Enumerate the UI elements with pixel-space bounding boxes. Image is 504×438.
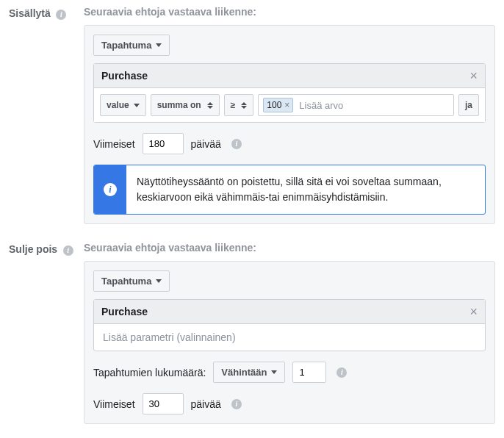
value-input-wrap[interactable]: 100 × [258, 94, 454, 116]
include-subhead: Seuraavia ehtoja vastaava liikenne: [84, 6, 495, 18]
rule-title: Purchase [101, 306, 148, 317]
event-dropdown-label: Tapahtuma [101, 276, 151, 287]
chip-remove-icon[interactable]: × [284, 100, 289, 110]
exclude-panel: Tapahtuma Purchase × Tapahtumien lukumää… [84, 261, 495, 424]
param-row [94, 324, 485, 351]
count-label: Tapahtumien lukumäärä: [93, 367, 206, 378]
rule-box: Purchase × [93, 299, 486, 351]
event-dropdown[interactable]: Tapahtuma [93, 35, 170, 56]
include-panel: Tapahtuma Purchase × value summa on [84, 25, 495, 224]
exclude-subhead: Seuraavia ehtoja vastaava liikenne: [84, 242, 495, 254]
retention-line: Viimeiset päivää i [93, 133, 486, 154]
include-section: Sisällytä i Seuraavia ehtoja vastaava li… [9, 6, 495, 224]
info-icon: i [104, 183, 117, 196]
alert-message: Näyttötiheyssääntö on poistettu, sillä s… [126, 165, 485, 214]
add-value-input[interactable] [298, 98, 449, 112]
aggregate-label: summa on [157, 100, 201, 110]
count-op-dropdown[interactable]: Vähintään [213, 362, 285, 383]
info-alert: i Näyttötiheyssääntö on poistettu, sillä… [93, 165, 486, 215]
alert-bar: i [94, 165, 126, 214]
rule-header: Purchase × [94, 300, 485, 324]
count-line: Tapahtumien lukumäärä: Vähintään i [93, 362, 486, 383]
caret-down-icon [134, 104, 140, 107]
last-label: Viimeiset [93, 138, 135, 150]
info-icon[interactable]: i [231, 399, 242, 409]
rule-header: Purchase × [94, 64, 485, 88]
info-icon[interactable]: i [336, 367, 347, 378]
days-input[interactable] [143, 393, 184, 414]
add-param-input[interactable] [94, 324, 485, 351]
close-icon[interactable]: × [469, 71, 478, 81]
exclude-label: Sulje pois [9, 243, 57, 255]
caret-down-icon [156, 43, 162, 47]
last-label: Viimeiset [93, 398, 135, 410]
and-label: ja [465, 100, 472, 110]
sort-icon [207, 102, 213, 109]
count-value-input[interactable] [292, 362, 326, 383]
close-icon[interactable]: × [469, 306, 478, 317]
rule-title: Purchase [101, 70, 148, 82]
rule-body: value summa on ≥ 100 × [94, 88, 485, 122]
operator-label: ≥ [231, 100, 236, 110]
aggregate-dropdown[interactable]: summa on [151, 94, 220, 116]
chip-text: 100 [267, 100, 281, 110]
value-chip: 100 × [263, 98, 293, 112]
caret-down-icon [156, 279, 162, 283]
days-input[interactable] [143, 133, 184, 154]
param-label: value [107, 100, 129, 110]
retention-line: Viimeiset päivää i [93, 393, 486, 414]
event-dropdown[interactable]: Tapahtuma [93, 270, 170, 292]
info-icon[interactable]: i [56, 10, 66, 20]
sort-icon [241, 102, 247, 109]
and-button[interactable]: ja [458, 94, 479, 116]
days-label: päivää [191, 138, 221, 150]
days-label: päivää [191, 398, 221, 410]
include-label: Sisällytä [9, 7, 51, 19]
param-dropdown[interactable]: value [100, 94, 146, 116]
caret-down-icon [271, 370, 277, 374]
count-op-label: Vähintään [221, 367, 267, 378]
info-icon[interactable]: i [63, 245, 73, 256]
event-dropdown-label: Tapahtuma [101, 40, 151, 51]
info-icon[interactable]: i [231, 139, 242, 149]
exclude-section: Sulje pois i Seuraavia ehtoja vastaava l… [9, 242, 495, 424]
rule-box: Purchase × value summa on ≥ [93, 63, 486, 123]
operator-dropdown[interactable]: ≥ [224, 94, 254, 116]
